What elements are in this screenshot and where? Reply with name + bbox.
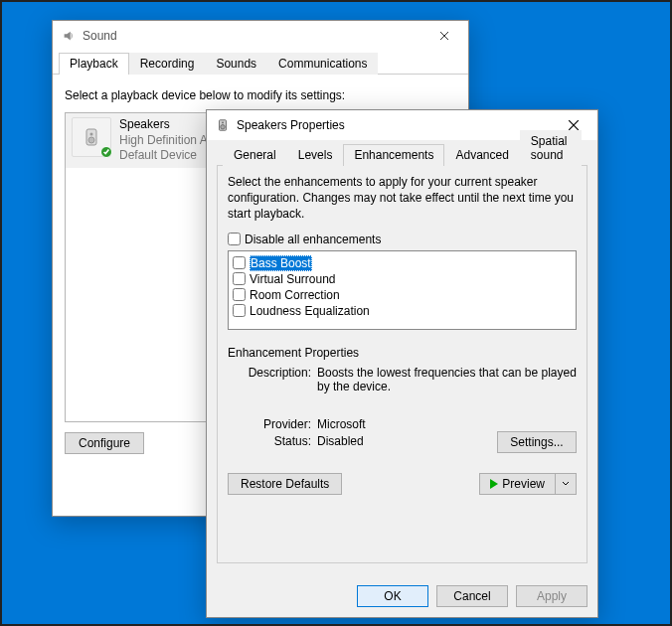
speakers-properties-window: Speakers Properties General Levels Enhan… — [206, 109, 598, 618]
tab-sounds[interactable]: Sounds — [205, 53, 267, 75]
enh-bass-boost[interactable]: Bass Boost — [231, 255, 574, 271]
disable-all-label: Disable all enhancements — [245, 233, 381, 246]
kv-description: Description: Boosts the lowest frequenci… — [228, 366, 577, 393]
preview-button[interactable]: Preview — [479, 473, 577, 495]
tab-recording[interactable]: Recording — [129, 53, 206, 75]
svg-point-1 — [90, 133, 93, 136]
enh-loudness-eq-label: Loudness Equalization — [250, 303, 370, 319]
provider-value: Microsoft — [317, 417, 577, 431]
sound-title: Sound — [83, 29, 424, 43]
tab-general[interactable]: General — [223, 144, 287, 166]
svg-point-5 — [222, 122, 224, 124]
enh-virtual-surround-label: Virtual Surround — [250, 271, 336, 287]
props-tabbar: General Levels Enhancements Advanced Spa… — [217, 142, 588, 166]
svg-point-2 — [88, 137, 94, 143]
enhancement-list[interactable]: Bass Boost Virtual Surround Room Correct… — [228, 250, 577, 330]
tab-playback[interactable]: Playback — [59, 53, 129, 75]
sound-titlebar[interactable]: Sound — [53, 21, 468, 51]
enh-virtual-surround[interactable]: Virtual Surround — [231, 271, 574, 287]
enh-loudness-eq[interactable]: Loudness Equalization — [231, 303, 574, 319]
panel-description: Select the enhancements to apply for you… — [228, 174, 577, 223]
tab-levels[interactable]: Levels — [287, 144, 344, 166]
apply-button[interactable]: Apply — [516, 585, 588, 607]
description-value: Boosts the lowest frequencies that can b… — [317, 366, 577, 393]
provider-key: Provider: — [228, 417, 317, 431]
disable-all-checkbox[interactable] — [228, 233, 241, 245]
tab-enhancements[interactable]: Enhancements — [343, 144, 444, 166]
preview-dropdown[interactable] — [556, 474, 576, 494]
enh-room-correction-checkbox[interactable] — [233, 288, 246, 301]
preview-label: Preview — [502, 477, 545, 491]
status-key: Status: — [228, 434, 317, 448]
dialog-footer: OK Cancel Apply — [357, 585, 588, 607]
enh-bass-boost-label: Bass Boost — [250, 255, 312, 271]
speaker-settings-icon — [215, 117, 231, 133]
play-icon — [490, 479, 498, 489]
settings-button[interactable]: Settings... — [497, 431, 577, 453]
enh-virtual-surround-checkbox[interactable] — [233, 272, 246, 285]
props-title: Speakers Properties — [237, 118, 554, 132]
chevron-down-icon — [562, 480, 570, 488]
sound-tabbar: Playback Recording Sounds Communications — [53, 51, 468, 75]
restore-defaults-button[interactable]: Restore Defaults — [228, 473, 342, 495]
kv-provider: Provider: Microsoft — [228, 417, 577, 431]
ok-button[interactable]: OK — [357, 585, 428, 607]
description-key: Description: — [228, 366, 317, 393]
tab-advanced[interactable]: Advanced — [444, 144, 519, 166]
enhancement-properties-title: Enhancement Properties — [228, 346, 577, 360]
default-check-icon — [100, 146, 112, 158]
sound-icon — [61, 28, 77, 44]
enh-bass-boost-checkbox[interactable] — [233, 256, 246, 269]
close-icon[interactable] — [424, 22, 464, 50]
configure-button[interactable]: Configure — [65, 432, 144, 454]
svg-point-4 — [221, 125, 225, 129]
cancel-button[interactable]: Cancel — [436, 585, 508, 607]
enh-room-correction-label: Room Correction — [250, 287, 340, 303]
tab-spatial-sound[interactable]: Spatial sound — [520, 130, 582, 166]
tab-communications[interactable]: Communications — [267, 53, 378, 75]
speaker-icon — [72, 117, 111, 157]
enh-loudness-eq-checkbox[interactable] — [233, 304, 246, 317]
instruction-text: Select a playback device below to modify… — [65, 88, 456, 102]
disable-all-check[interactable]: Disable all enhancements — [228, 233, 577, 246]
preview-main[interactable]: Preview — [480, 474, 556, 494]
enh-room-correction[interactable]: Room Correction — [231, 287, 574, 303]
enhancements-panel: Select the enhancements to apply for you… — [217, 166, 588, 563]
